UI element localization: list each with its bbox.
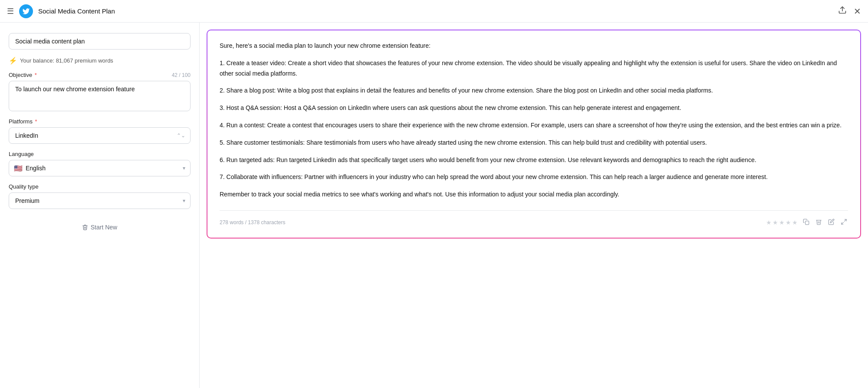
quality-label-row: Quality type	[9, 183, 191, 190]
objective-char-count: 42 / 100	[172, 72, 191, 78]
hamburger-icon[interactable]: ☰	[7, 7, 14, 16]
result-card-outer: Sure, here's a social media plan to laun…	[207, 30, 861, 239]
result-item-3: 3. Host a Q&A session: Host a Q&A sessio…	[220, 103, 848, 113]
result-item-6: 6. Run targeted ads: Run targeted Linked…	[220, 155, 848, 166]
result-text: Sure, here's a social media plan to laun…	[220, 41, 848, 200]
result-intro: Sure, here's a social media plan to laun…	[220, 41, 848, 51]
language-select-wrapper: 🇺🇸 English Spanish French German ▾	[9, 160, 191, 176]
objective-label-row: Objective * 42 / 100	[9, 72, 191, 78]
objective-field-group: Objective * 42 / 100 To launch our new c…	[9, 72, 191, 111]
result-item-1: 1. Create a teaser video: Create a short…	[220, 58, 848, 79]
header-left: ☰ Social Media Content Plan	[7, 4, 115, 18]
svg-line-2	[845, 219, 846, 221]
result-closing: Remember to track your social media metr…	[220, 189, 848, 200]
language-field-group: Language 🇺🇸 English Spanish French Germa…	[9, 151, 191, 176]
edit-icon[interactable]	[827, 218, 835, 227]
app-title: Social Media Content Plan	[38, 7, 115, 15]
balance-row: ⚡ Your balance: 81,067 premium words	[9, 56, 191, 65]
expand-icon[interactable]	[840, 218, 848, 227]
left-panel: ⚡ Your balance: 81,067 premium words Obj…	[0, 23, 200, 388]
platforms-select-wrapper: LinkedIn Twitter Facebook Instagram ⌃⌄	[9, 127, 191, 144]
copy-icon[interactable]	[802, 218, 810, 227]
star-3[interactable]: ★	[779, 219, 785, 226]
result-item-5: 5. Share customer testimonials: Share te…	[220, 138, 848, 148]
platforms-label-row: Platforms *	[9, 118, 191, 125]
language-label: Language	[9, 151, 34, 157]
star-4[interactable]: ★	[786, 219, 791, 226]
platforms-label: Platforms *	[9, 118, 37, 125]
upload-icon[interactable]	[838, 6, 847, 17]
close-icon[interactable]: ✕	[854, 6, 861, 17]
quality-field-group: Quality type Premium Standard ▾	[9, 183, 191, 209]
delete-icon[interactable]	[815, 218, 823, 227]
result-footer: 278 words / 1378 characters ★ ★ ★ ★ ★	[220, 210, 848, 227]
star-5[interactable]: ★	[792, 219, 798, 226]
start-new-label: Start New	[91, 224, 117, 231]
quality-select[interactable]: Premium Standard	[9, 192, 191, 209]
header-right: ✕	[838, 6, 861, 17]
quality-label: Quality type	[9, 183, 39, 190]
platforms-select[interactable]: LinkedIn Twitter Facebook Instagram	[9, 127, 191, 144]
result-card: Sure, here's a social media plan to laun…	[207, 30, 860, 238]
svg-line-3	[842, 222, 843, 224]
star-1[interactable]: ★	[766, 219, 772, 226]
app-header: ☰ Social Media Content Plan ✕	[0, 0, 868, 23]
result-item-7: 7. Collaborate with influencers: Partner…	[220, 172, 848, 182]
language-select[interactable]: English Spanish French German	[9, 160, 191, 176]
trash-icon	[82, 224, 88, 230]
result-item-4: 4. Run a contest: Create a contest that …	[220, 120, 848, 131]
result-actions: ★ ★ ★ ★ ★	[766, 218, 848, 227]
platforms-required: *	[33, 118, 37, 125]
language-label-row: Language	[9, 151, 191, 157]
objective-required: *	[33, 72, 37, 78]
template-name-input[interactable]	[9, 33, 191, 50]
quality-select-wrapper: Premium Standard ▾	[9, 192, 191, 209]
twitter-logo	[19, 4, 33, 18]
lightning-icon: ⚡	[9, 56, 17, 65]
svg-rect-1	[806, 221, 809, 225]
objective-textarea[interactable]: To launch our new chrome extension featu…	[9, 81, 191, 111]
star-2[interactable]: ★	[773, 219, 778, 226]
star-rating[interactable]: ★ ★ ★ ★ ★	[766, 219, 798, 226]
right-panel: Sure, here's a social media plan to laun…	[200, 23, 868, 388]
objective-label: Objective *	[9, 72, 37, 78]
result-item-2: 2. Share a blog post: Write a blog post …	[220, 86, 848, 96]
main-layout: ⚡ Your balance: 81,067 premium words Obj…	[0, 23, 868, 388]
balance-label: Your balance: 81,067 premium words	[20, 57, 113, 64]
platforms-field-group: Platforms * LinkedIn Twitter Facebook In…	[9, 118, 191, 144]
word-count: 278 words / 1378 characters	[220, 219, 285, 226]
start-new-button[interactable]: Start New	[73, 219, 126, 235]
